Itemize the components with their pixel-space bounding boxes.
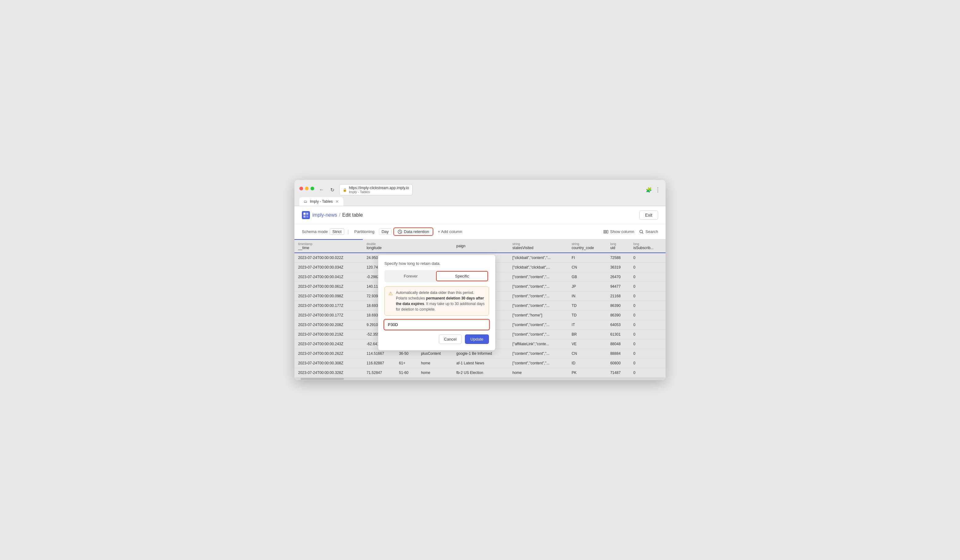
add-column-label: + Add column [438, 229, 462, 234]
tab-favicon: 🗂 [304, 199, 307, 204]
svg-rect-6 [605, 230, 606, 233]
app-header: imply-news / Edit table Exit [294, 206, 666, 224]
browser-tab[interactable]: 🗂 Imply - Tables ✕ [299, 197, 343, 206]
toolbar-right: Show column Search [603, 229, 658, 234]
tab-title: Imply - Tables [310, 199, 333, 204]
cancel-button[interactable]: Cancel [439, 334, 462, 344]
schema-mode-label: Schema mode [302, 229, 328, 234]
retention-icon [398, 230, 402, 234]
warning-box: ⚠ Automatically delete data older than t… [384, 287, 489, 316]
svg-rect-0 [303, 213, 306, 215]
retention-title: Specify how long to retain data. [384, 261, 489, 266]
breadcrumb: imply-news / Edit table [312, 212, 363, 218]
traffic-lights [299, 187, 314, 190]
svg-rect-7 [607, 230, 608, 233]
breadcrumb-separator: / [339, 212, 340, 218]
retention-panel: Specify how long to retain data. Forever… [378, 255, 496, 351]
reload-button[interactable]: ↻ [329, 187, 336, 193]
address-bar[interactable]: 🔒 https://imply-clickstream.app.imply.io… [339, 184, 413, 195]
retention-toggle-row: Forever Specific [384, 270, 489, 282]
tab-close-button[interactable]: ✕ [335, 199, 339, 204]
update-button[interactable]: Update [465, 334, 489, 344]
menu-icon[interactable]: ⋮ [655, 187, 661, 193]
add-column-button[interactable]: + Add column [435, 228, 464, 235]
svg-rect-5 [604, 230, 605, 233]
data-retention-label: Data retention [404, 229, 429, 234]
svg-rect-2 [303, 215, 306, 218]
url-subtitle: Imply - Tables [349, 190, 409, 194]
svg-rect-1 [306, 213, 308, 215]
logo-icon [302, 211, 310, 219]
action-row: Cancel Update [384, 334, 489, 344]
day-badge[interactable]: Day [379, 228, 392, 235]
svg-rect-3 [306, 215, 308, 218]
close-traffic-light[interactable] [299, 187, 303, 190]
breadcrumb-current: Edit table [342, 212, 363, 218]
app-content: imply-news / Edit table Exit Schema mode… [294, 206, 666, 380]
app-logo: imply-news / Edit table [302, 211, 363, 219]
duration-input[interactable] [384, 320, 489, 329]
search-button[interactable]: Search [639, 229, 658, 234]
toolbar: Schema mode Strict | Partitioning Day Da… [294, 224, 666, 239]
back-button[interactable]: ← [318, 187, 325, 193]
minimize-traffic-light[interactable] [305, 187, 309, 190]
search-label: Search [645, 229, 658, 234]
lock-icon: 🔒 [343, 188, 347, 192]
show-column-button[interactable]: Show column [603, 229, 634, 234]
partitioning-tab[interactable]: Partitioning [352, 228, 377, 235]
show-column-label: Show column [610, 229, 634, 234]
toolbar-separator-1: | [347, 229, 349, 235]
warning-text: Automatically delete data older than thi… [396, 290, 485, 312]
duration-input-row [384, 320, 489, 329]
main-area: timestamp __time double longitude [294, 239, 666, 380]
extensions-icon[interactable]: 🧩 [646, 187, 652, 193]
specific-button[interactable]: Specific [436, 271, 488, 281]
warning-icon: ⚠ [389, 290, 393, 312]
maximize-traffic-light[interactable] [310, 187, 314, 190]
exit-button[interactable]: Exit [639, 211, 658, 220]
breadcrumb-link[interactable]: imply-news [312, 212, 337, 218]
browser-chrome: ← ↻ 🔒 https://imply-clickstream.app.impl… [294, 180, 666, 206]
data-retention-tab[interactable]: Data retention [394, 227, 434, 236]
search-icon [639, 230, 643, 234]
forever-button[interactable]: Forever [386, 271, 436, 281]
columns-icon [603, 230, 608, 234]
url-text: https://imply-clickstream.app.imply.io [349, 186, 409, 190]
browser-window: ← ↻ 🔒 https://imply-clickstream.app.impl… [294, 180, 666, 380]
strict-badge[interactable]: Strict [330, 228, 344, 235]
